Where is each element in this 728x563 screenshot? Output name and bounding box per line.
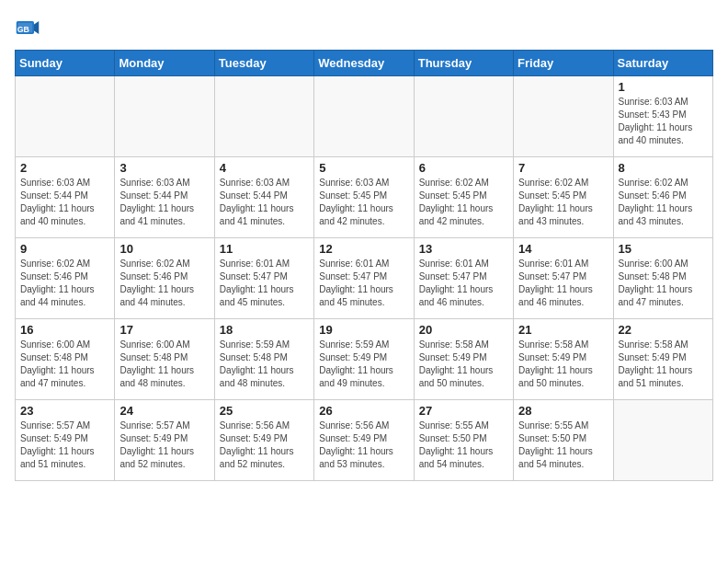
calendar-cell: 18Sunrise: 5:59 AM Sunset: 5:48 PM Dayli… [214, 319, 313, 400]
calendar-cell: 25Sunrise: 5:56 AM Sunset: 5:49 PM Dayli… [214, 400, 313, 481]
calendar-cell [414, 76, 513, 157]
day-number: 18 [220, 323, 309, 337]
calendar-cell: 4Sunrise: 6:03 AM Sunset: 5:44 PM Daylig… [214, 157, 313, 238]
day-info: Sunrise: 5:58 AM Sunset: 5:49 PM Dayligh… [419, 339, 508, 390]
calendar-week-3: 9Sunrise: 6:02 AM Sunset: 5:46 PM Daylig… [16, 238, 713, 319]
day-info: Sunrise: 6:00 AM Sunset: 5:48 PM Dayligh… [619, 258, 708, 309]
calendar-cell: 22Sunrise: 5:58 AM Sunset: 5:49 PM Dayli… [613, 319, 712, 400]
calendar-cell: 12Sunrise: 6:01 AM Sunset: 5:47 PM Dayli… [314, 238, 414, 319]
day-number: 8 [619, 161, 708, 175]
day-info: Sunrise: 5:55 AM Sunset: 5:50 PM Dayligh… [419, 419, 508, 471]
day-number: 3 [119, 161, 209, 175]
calendar-cell: 6Sunrise: 6:02 AM Sunset: 5:45 PM Daylig… [414, 157, 513, 238]
svg-text:GB: GB [17, 25, 29, 34]
day-info: Sunrise: 6:02 AM Sunset: 5:45 PM Dayligh… [419, 177, 508, 228]
day-number: 1 [619, 80, 708, 94]
day-info: Sunrise: 5:58 AM Sunset: 5:49 PM Dayligh… [518, 339, 608, 390]
calendar-cell: 2Sunrise: 6:03 AM Sunset: 5:44 PM Daylig… [16, 157, 115, 238]
logo-icon: GB [15, 15, 40, 40]
calendar-cell: 1Sunrise: 6:03 AM Sunset: 5:43 PM Daylig… [613, 76, 712, 157]
day-number: 22 [619, 323, 708, 337]
calendar-cell [115, 76, 214, 157]
day-number: 5 [319, 161, 408, 175]
day-info: Sunrise: 6:00 AM Sunset: 5:48 PM Dayligh… [119, 339, 209, 390]
day-info: Sunrise: 5:56 AM Sunset: 5:49 PM Dayligh… [220, 419, 309, 471]
page-header: GB [15, 15, 713, 40]
day-info: Sunrise: 6:02 AM Sunset: 5:46 PM Dayligh… [20, 258, 109, 309]
calendar-cell: 11Sunrise: 6:01 AM Sunset: 5:47 PM Dayli… [214, 238, 313, 319]
day-number: 15 [619, 242, 708, 256]
calendar-cell: 23Sunrise: 5:57 AM Sunset: 5:49 PM Dayli… [16, 400, 115, 481]
day-info: Sunrise: 6:02 AM Sunset: 5:46 PM Dayligh… [619, 177, 708, 228]
day-number: 17 [119, 323, 209, 337]
day-number: 2 [20, 161, 109, 175]
calendar-cell: 27Sunrise: 5:55 AM Sunset: 5:50 PM Dayli… [414, 400, 513, 481]
calendar-cell: 3Sunrise: 6:03 AM Sunset: 5:44 PM Daylig… [115, 157, 214, 238]
calendar-cell: 10Sunrise: 6:02 AM Sunset: 5:46 PM Dayli… [115, 238, 214, 319]
calendar-cell: 13Sunrise: 6:01 AM Sunset: 5:47 PM Dayli… [414, 238, 513, 319]
calendar-cell [613, 400, 712, 481]
day-number: 4 [220, 161, 309, 175]
calendar-header-row: SundayMondayTuesdayWednesdayThursdayFrid… [16, 51, 713, 76]
day-number: 12 [319, 242, 408, 256]
calendar-week-4: 16Sunrise: 6:00 AM Sunset: 5:48 PM Dayli… [16, 319, 713, 400]
day-number: 6 [419, 161, 508, 175]
day-info: Sunrise: 5:55 AM Sunset: 5:50 PM Dayligh… [518, 419, 608, 471]
calendar-cell: 15Sunrise: 6:00 AM Sunset: 5:48 PM Dayli… [613, 238, 712, 319]
calendar-table: SundayMondayTuesdayWednesdayThursdayFrid… [15, 50, 713, 481]
day-number: 11 [220, 242, 309, 256]
calendar-cell: 9Sunrise: 6:02 AM Sunset: 5:46 PM Daylig… [16, 238, 115, 319]
day-header-wednesday: Wednesday [314, 51, 414, 76]
svg-marker-1 [34, 21, 39, 34]
day-header-saturday: Saturday [613, 51, 712, 76]
day-info: Sunrise: 6:01 AM Sunset: 5:47 PM Dayligh… [220, 258, 309, 309]
day-info: Sunrise: 6:03 AM Sunset: 5:44 PM Dayligh… [220, 177, 309, 228]
day-info: Sunrise: 5:58 AM Sunset: 5:49 PM Dayligh… [619, 339, 708, 390]
calendar-cell [314, 76, 414, 157]
day-info: Sunrise: 6:02 AM Sunset: 5:45 PM Dayligh… [518, 177, 608, 228]
day-number: 24 [119, 404, 209, 418]
day-number: 9 [20, 242, 109, 256]
calendar-cell: 28Sunrise: 5:55 AM Sunset: 5:50 PM Dayli… [514, 400, 613, 481]
calendar-cell: 5Sunrise: 6:03 AM Sunset: 5:45 PM Daylig… [314, 157, 414, 238]
calendar-cell: 7Sunrise: 6:02 AM Sunset: 5:45 PM Daylig… [514, 157, 613, 238]
day-info: Sunrise: 6:01 AM Sunset: 5:47 PM Dayligh… [518, 258, 608, 309]
calendar-cell [514, 76, 613, 157]
day-number: 28 [518, 404, 608, 418]
day-info: Sunrise: 5:57 AM Sunset: 5:49 PM Dayligh… [20, 419, 109, 471]
day-number: 20 [419, 323, 508, 337]
day-info: Sunrise: 5:56 AM Sunset: 5:49 PM Dayligh… [319, 419, 408, 471]
calendar-cell: 26Sunrise: 5:56 AM Sunset: 5:49 PM Dayli… [314, 400, 414, 481]
calendar-cell: 8Sunrise: 6:02 AM Sunset: 5:46 PM Daylig… [613, 157, 712, 238]
day-number: 25 [220, 404, 309, 418]
day-info: Sunrise: 6:03 AM Sunset: 5:45 PM Dayligh… [319, 177, 408, 228]
calendar-week-2: 2Sunrise: 6:03 AM Sunset: 5:44 PM Daylig… [16, 157, 713, 238]
day-header-tuesday: Tuesday [214, 51, 313, 76]
calendar-cell: 19Sunrise: 5:59 AM Sunset: 5:49 PM Dayli… [314, 319, 414, 400]
day-number: 23 [20, 404, 109, 418]
day-info: Sunrise: 5:57 AM Sunset: 5:49 PM Dayligh… [119, 419, 209, 471]
day-number: 19 [319, 323, 408, 337]
calendar-cell: 16Sunrise: 6:00 AM Sunset: 5:48 PM Dayli… [16, 319, 115, 400]
day-number: 16 [20, 323, 109, 337]
day-info: Sunrise: 6:03 AM Sunset: 5:44 PM Dayligh… [119, 177, 209, 228]
calendar-cell: 17Sunrise: 6:00 AM Sunset: 5:48 PM Dayli… [115, 319, 214, 400]
day-number: 10 [119, 242, 209, 256]
day-number: 7 [518, 161, 608, 175]
day-number: 13 [419, 242, 508, 256]
calendar-cell: 20Sunrise: 5:58 AM Sunset: 5:49 PM Dayli… [414, 319, 513, 400]
day-header-monday: Monday [115, 51, 214, 76]
calendar-cell: 21Sunrise: 5:58 AM Sunset: 5:49 PM Dayli… [514, 319, 613, 400]
day-header-thursday: Thursday [414, 51, 513, 76]
day-info: Sunrise: 5:59 AM Sunset: 5:48 PM Dayligh… [220, 339, 309, 390]
calendar-cell: 14Sunrise: 6:01 AM Sunset: 5:47 PM Dayli… [514, 238, 613, 319]
day-info: Sunrise: 6:03 AM Sunset: 5:44 PM Dayligh… [20, 177, 109, 228]
day-info: Sunrise: 6:01 AM Sunset: 5:47 PM Dayligh… [419, 258, 508, 309]
day-number: 26 [319, 404, 408, 418]
calendar-cell: 24Sunrise: 5:57 AM Sunset: 5:49 PM Dayli… [115, 400, 214, 481]
day-header-friday: Friday [514, 51, 613, 76]
day-number: 27 [419, 404, 508, 418]
calendar-week-1: 1Sunrise: 6:03 AM Sunset: 5:43 PM Daylig… [16, 76, 713, 157]
day-number: 21 [518, 323, 608, 337]
logo: GB [15, 15, 44, 40]
